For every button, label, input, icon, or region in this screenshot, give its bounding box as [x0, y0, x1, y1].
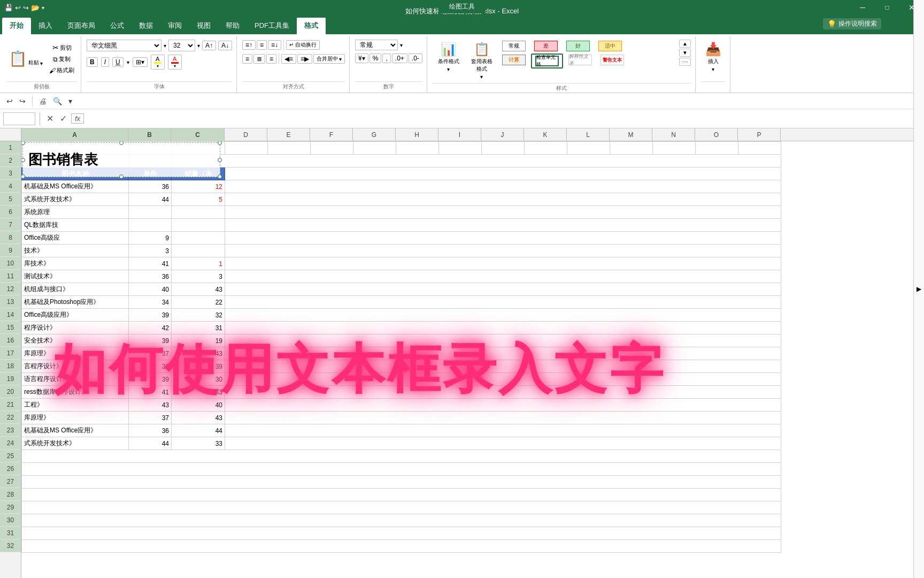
cell-j1[interactable]: [482, 142, 525, 155]
tab-review[interactable]: 审阅: [160, 18, 189, 34]
number-format-dropdown-icon[interactable]: ▾: [400, 42, 403, 48]
font-increase-button[interactable]: A↑: [202, 41, 216, 50]
tab-insert[interactable]: 插入: [31, 18, 60, 34]
cell-b15[interactable]: 42: [129, 322, 172, 334]
cell-b12[interactable]: 40: [129, 283, 172, 296]
font-decrease-button[interactable]: A↓: [218, 41, 232, 50]
cell-reference-box[interactable]: [3, 112, 35, 125]
underline-dropdown-icon[interactable]: ▾: [127, 59, 129, 65]
cell-a11[interactable]: 测试技术》: [22, 270, 129, 283]
cell-c10[interactable]: 1: [172, 257, 225, 270]
cell-h1[interactable]: [396, 142, 439, 155]
cell-b9[interactable]: 3: [129, 245, 172, 257]
cell-b7[interactable]: [129, 219, 172, 232]
style-good[interactable]: 好: [563, 40, 593, 52]
style-check-cell[interactable]: 检查单元格: [531, 54, 563, 69]
cell-a7[interactable]: QL数据库技: [22, 219, 129, 232]
table-row[interactable]: 机基础及MS Office应用》 36 44: [22, 424, 781, 437]
table-row[interactable]: 机基础及MS Office应用》 36 12: [22, 180, 781, 193]
row-num-14[interactable]: 14: [0, 308, 21, 321]
cell-c6[interactable]: [172, 206, 225, 219]
tab-pdf-tools[interactable]: PDF工具集: [247, 18, 297, 34]
cell-b23[interactable]: 36: [129, 424, 172, 437]
row-num-4[interactable]: 4: [0, 180, 21, 193]
cell-b22[interactable]: 37: [129, 412, 172, 424]
table-row[interactable]: 式系统开发技术》 44 33: [22, 437, 781, 450]
cell-c22[interactable]: 43: [172, 412, 225, 424]
cell-a21[interactable]: 工程》: [22, 399, 129, 412]
table-row[interactable]: [22, 476, 781, 489]
cell-c11[interactable]: 3: [172, 270, 225, 283]
col-header-f[interactable]: F: [310, 128, 353, 141]
row-num-8[interactable]: 8: [0, 231, 21, 244]
cell-b24[interactable]: 44: [129, 437, 172, 450]
cell-b20[interactable]: 41: [129, 386, 172, 399]
fill-color-button[interactable]: A ▾: [151, 55, 165, 70]
cell-a20[interactable]: ress数据库程序设计》: [22, 386, 129, 399]
comma-button[interactable]: ,: [382, 54, 390, 63]
cell-c16[interactable]: 19: [172, 334, 225, 347]
table-row[interactable]: [22, 540, 781, 553]
row-num-24[interactable]: 24: [0, 437, 21, 450]
cell-c8[interactable]: [172, 232, 225, 245]
align-middle-button[interactable]: ≡: [257, 40, 267, 50]
percent-button[interactable]: %: [369, 54, 382, 63]
cell-b4[interactable]: 36: [129, 180, 172, 193]
cell-n1[interactable]: [653, 142, 696, 155]
cancel-formula-button[interactable]: ✕: [44, 113, 56, 124]
style-bad[interactable]: 差: [531, 40, 561, 52]
table-row[interactable]: [22, 450, 781, 463]
row-num-23[interactable]: 23: [0, 424, 21, 437]
cell-c18[interactable]: 39: [172, 360, 225, 373]
cell-b11[interactable]: 36: [129, 270, 172, 283]
open-icon[interactable]: 📂: [31, 4, 40, 12]
cell-b21[interactable]: 43: [129, 399, 172, 412]
row-num-7[interactable]: 7: [0, 218, 21, 231]
cell-c15[interactable]: 31: [172, 322, 225, 334]
format-painter-button[interactable]: 🖌 格式刷: [47, 65, 76, 75]
currency-button[interactable]: ¥▾: [355, 54, 368, 63]
table-row[interactable]: 机组成与接口》 40 43: [22, 283, 781, 296]
cell-c24[interactable]: 33: [172, 437, 225, 450]
cell-a13[interactable]: 机基础及Photoshop应用》: [22, 296, 129, 309]
underline-button[interactable]: U: [112, 57, 124, 67]
cell-a16[interactable]: 安全技术》: [22, 334, 129, 347]
table-row[interactable]: QL数据库技: [22, 219, 781, 232]
cell-b14[interactable]: 39: [129, 309, 172, 322]
copy-button[interactable]: ⧉ 复制: [47, 54, 76, 64]
cell-c4[interactable]: 12: [172, 180, 225, 193]
row-num-13[interactable]: 13: [0, 295, 21, 308]
row-num-17[interactable]: 17: [0, 347, 21, 360]
tab-help[interactable]: 帮助: [218, 18, 247, 34]
cell-k1[interactable]: [525, 142, 567, 155]
table-row[interactable]: 系统原理: [22, 206, 781, 219]
col-header-k[interactable]: K: [524, 128, 567, 141]
cell-l1[interactable]: [567, 142, 610, 155]
tab-view[interactable]: 视图: [189, 18, 218, 34]
cell-b10[interactable]: 41: [129, 257, 172, 270]
style-warning[interactable]: 警告文本: [597, 54, 627, 69]
row-num-28[interactable]: 28: [0, 488, 21, 501]
row-num-16[interactable]: 16: [0, 334, 21, 347]
dropdown-arrow-icon[interactable]: ▾: [42, 5, 44, 11]
row-num-11[interactable]: 11: [0, 270, 21, 283]
row-num-22[interactable]: 22: [0, 411, 21, 424]
row-num-10[interactable]: 10: [0, 257, 21, 270]
col-header-c[interactable]: C: [171, 128, 225, 141]
cell-d1[interactable]: [225, 142, 268, 155]
cell-c9[interactable]: [172, 245, 225, 257]
italic-button[interactable]: I: [101, 57, 109, 67]
font-name-select[interactable]: 华文细黑: [87, 40, 161, 51]
cell-a9[interactable]: 技术》: [22, 245, 129, 257]
font-size-dropdown-icon[interactable]: ▾: [197, 43, 200, 49]
cell-a24[interactable]: 式系统开发技术》: [22, 437, 129, 450]
wrap-text-button[interactable]: ↵ 自动换行: [286, 40, 320, 50]
cell-f1[interactable]: [311, 142, 353, 155]
redo-btn2[interactable]: ↪: [17, 96, 28, 107]
textbox-shape[interactable]: 图书销售表: [22, 142, 220, 177]
align-bottom-button[interactable]: ≡↓: [268, 40, 281, 50]
cell-a4[interactable]: 机基础及MS Office应用》: [22, 180, 129, 193]
row-num-21[interactable]: 21: [0, 398, 21, 411]
cell-b17[interactable]: 37: [129, 347, 172, 360]
styles-scroll-up[interactable]: ▲ ▼ ⋯: [679, 40, 691, 66]
